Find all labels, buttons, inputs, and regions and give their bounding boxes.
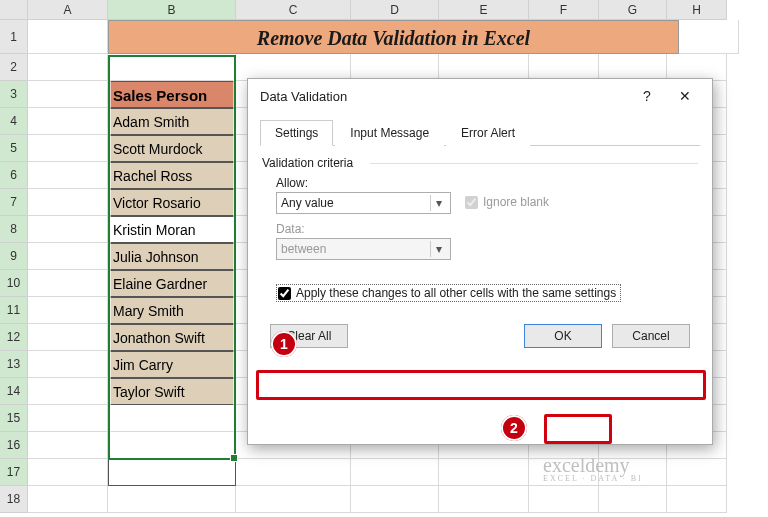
ok-button[interactable]: OK — [524, 324, 602, 348]
chevron-down-icon: ▾ — [430, 195, 446, 211]
cell[interactable] — [28, 405, 108, 432]
tab-error-alert[interactable]: Error Alert — [446, 120, 530, 146]
cell[interactable] — [439, 459, 529, 486]
cell[interactable] — [28, 54, 108, 81]
table-row[interactable]: Rachel Ross — [108, 162, 236, 189]
row-header[interactable]: 14 — [0, 378, 28, 405]
page-title[interactable]: Remove Data Validation in Excel — [108, 20, 679, 54]
cell[interactable] — [439, 486, 529, 513]
cell[interactable] — [28, 81, 108, 108]
cell[interactable] — [236, 459, 351, 486]
data-dropdown: between ▾ — [276, 238, 451, 260]
row-header[interactable]: 4 — [0, 108, 28, 135]
col-header-D[interactable]: D — [351, 0, 439, 20]
allow-label: Allow: — [276, 176, 451, 190]
cell[interactable] — [351, 54, 439, 81]
row-header[interactable]: 7 — [0, 189, 28, 216]
cell[interactable] — [28, 189, 108, 216]
col-header-B[interactable]: B — [108, 0, 236, 20]
cell[interactable] — [351, 486, 439, 513]
ignore-blank-input[interactable] — [465, 196, 478, 209]
cell[interactable] — [28, 297, 108, 324]
row-header[interactable]: 13 — [0, 351, 28, 378]
table-row[interactable]: Jonathon Swift — [108, 324, 236, 351]
table-row[interactable]: Taylor Swift — [108, 378, 236, 405]
col-header-C[interactable]: C — [236, 0, 351, 20]
dialog-titlebar[interactable]: Data Validation ? ✕ — [248, 79, 712, 113]
tab-settings[interactable]: Settings — [260, 120, 333, 146]
col-header-F[interactable]: F — [529, 0, 599, 20]
cell[interactable] — [108, 432, 236, 459]
annotation-badge-1: 1 — [271, 331, 297, 357]
row-header[interactable]: 16 — [0, 432, 28, 459]
cell[interactable] — [28, 432, 108, 459]
cell[interactable] — [28, 243, 108, 270]
row-header[interactable]: 5 — [0, 135, 28, 162]
row-header[interactable]: 9 — [0, 243, 28, 270]
cell[interactable] — [236, 54, 351, 81]
cell[interactable] — [529, 54, 599, 81]
cell[interactable] — [351, 459, 439, 486]
row-header[interactable]: 1 — [0, 20, 28, 54]
cell[interactable] — [28, 378, 108, 405]
col-header-G[interactable]: G — [599, 0, 667, 20]
cancel-button[interactable]: Cancel — [612, 324, 690, 348]
cell[interactable] — [108, 405, 236, 432]
table-row[interactable]: Adam Smith — [108, 108, 236, 135]
help-button[interactable]: ? — [628, 82, 666, 110]
cell[interactable] — [108, 459, 236, 486]
cell[interactable] — [679, 20, 739, 54]
row-header[interactable]: 18 — [0, 486, 28, 513]
table-row[interactable]: Elaine Gardner — [108, 270, 236, 297]
cell[interactable] — [28, 351, 108, 378]
table-row[interactable]: Julia Johnson — [108, 243, 236, 270]
annotation-badge-2: 2 — [501, 415, 527, 441]
ignore-blank-checkbox[interactable]: Ignore blank — [465, 195, 549, 209]
row-header[interactable]: 3 — [0, 81, 28, 108]
allow-dropdown[interactable]: Any value ▾ — [276, 192, 451, 214]
tab-input-message[interactable]: Input Message — [335, 120, 444, 146]
cell[interactable] — [529, 486, 599, 513]
apply-changes-checkbox[interactable]: Apply these changes to all other cells w… — [276, 284, 621, 302]
cell[interactable] — [439, 54, 529, 81]
select-all-corner[interactable] — [0, 0, 28, 20]
cell[interactable] — [28, 324, 108, 351]
col-header-A[interactable]: A — [28, 0, 108, 20]
cell[interactable] — [28, 216, 108, 243]
row-header[interactable]: 6 — [0, 162, 28, 189]
cell[interactable] — [108, 54, 236, 81]
cell[interactable] — [28, 20, 108, 54]
row-header[interactable]: 17 — [0, 459, 28, 486]
col-header-E[interactable]: E — [439, 0, 529, 20]
row-header[interactable]: 12 — [0, 324, 28, 351]
row-header[interactable]: 15 — [0, 405, 28, 432]
cell[interactable] — [28, 108, 108, 135]
cell[interactable] — [28, 486, 108, 513]
row-header[interactable]: 2 — [0, 54, 28, 81]
table-row[interactable]: Kristin Moran — [108, 216, 236, 243]
row-header[interactable]: 10 — [0, 270, 28, 297]
cell[interactable] — [599, 54, 667, 81]
row-header[interactable]: 11 — [0, 297, 28, 324]
row-header[interactable]: 8 — [0, 216, 28, 243]
cell[interactable] — [28, 270, 108, 297]
cell[interactable] — [108, 486, 236, 513]
cell[interactable] — [236, 486, 351, 513]
close-button[interactable]: ✕ — [666, 82, 704, 110]
table-row[interactable]: Jim Carry — [108, 351, 236, 378]
allow-value: Any value — [281, 196, 334, 210]
cell[interactable] — [667, 486, 727, 513]
table-header-sales-person[interactable]: Sales Person — [108, 81, 236, 108]
col-header-H[interactable]: H — [667, 0, 727, 20]
table-row[interactable]: Scott Murdock — [108, 135, 236, 162]
cell[interactable] — [599, 486, 667, 513]
cell[interactable] — [667, 54, 727, 81]
apply-changes-input[interactable] — [278, 287, 291, 300]
table-row[interactable]: Victor Rosario — [108, 189, 236, 216]
cell[interactable] — [28, 459, 108, 486]
cell[interactable] — [28, 135, 108, 162]
cell[interactable] — [28, 162, 108, 189]
table-row[interactable]: Mary Smith — [108, 297, 236, 324]
data-label: Data: — [276, 222, 451, 236]
cell[interactable] — [667, 459, 727, 486]
